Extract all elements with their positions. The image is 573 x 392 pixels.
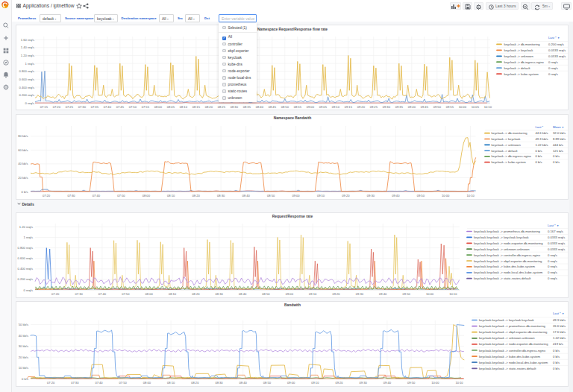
svg-text:08:10: 08:10 — [167, 194, 175, 197]
svg-text:10:10: 10:10 — [449, 292, 457, 296]
svg-text:08:15: 08:15 — [192, 105, 201, 109]
svg-text:0 req/s: 0 req/s — [548, 259, 557, 263]
svg-text:keycloak.keycloak -> node-expo: keycloak.keycloak -> node-exporter.db-mo… — [474, 241, 543, 245]
svg-text:08:30: 08:30 — [215, 381, 223, 385]
svg-text:0 req/s: 0 req/s — [548, 66, 558, 70]
svg-text:07:50: 07:50 — [129, 105, 137, 109]
svg-text:08:40: 08:40 — [239, 292, 247, 296]
svg-text:0.0333 req/s: 0.0333 req/s — [548, 235, 565, 239]
svg-text:26.6 kb/s: 26.6 kb/s — [553, 324, 566, 328]
svg-text:0.800 req/s: 0.800 req/s — [18, 246, 33, 250]
svg-text:0.200 req/s: 0.200 req/s — [19, 93, 34, 97]
svg-text:keycloak -> unknown: keycloak -> unknown — [504, 54, 534, 58]
svg-text:07:30: 07:30 — [67, 194, 75, 197]
svg-text:keycloak -> db-ingress-nginx: keycloak -> db-ingress-nginx — [504, 60, 545, 64]
svg-text:keycloak.keycloak -> controlle: keycloak.keycloak -> controller.db-ingre… — [479, 349, 546, 353]
svg-text:0 b/s: 0 b/s — [536, 149, 542, 153]
svg-text:keycloak.keycloak -> node-loca: keycloak.keycloak -> node-local-dns.kube… — [474, 271, 543, 274]
svg-text:07:50: 07:50 — [122, 292, 130, 296]
svg-text:0 req/s: 0 req/s — [548, 271, 557, 274]
svg-text:keycloak.keycloak -> kube-dns.: keycloak.keycloak -> kube-dns.kube-syste… — [479, 355, 541, 358]
svg-text:keycloak.keycloak -> unknown.u: keycloak.keycloak -> unknown.unknown — [474, 247, 530, 251]
svg-text:10:00: 10:00 — [426, 292, 434, 296]
svg-text:08:50: 08:50 — [267, 194, 275, 197]
svg-text:09:55: 09:55 — [446, 105, 454, 109]
svg-text:09:10: 09:10 — [332, 105, 340, 109]
svg-text:08:05: 08:05 — [167, 105, 175, 109]
svg-text:07:30: 07:30 — [75, 292, 83, 296]
svg-text:08:30: 08:30 — [216, 292, 224, 296]
svg-text:49.3 kb/s: 49.3 kb/s — [553, 318, 566, 322]
svg-text:09:00: 09:00 — [287, 381, 295, 385]
svg-text:keycloak -> db-monitoring: keycloak -> db-monitoring — [504, 42, 541, 46]
svg-text:17.6 kb/s: 17.6 kb/s — [553, 330, 566, 334]
svg-text:0.167 req/s: 0.167 req/s — [548, 230, 563, 233]
svg-text:keycloak -> db-monitoring: keycloak -> db-monitoring — [492, 131, 528, 135]
svg-text:07:35: 07:35 — [91, 105, 99, 109]
svg-text:50 kb/s: 50 kb/s — [19, 323, 28, 326]
svg-text:0.400 req/s: 0.400 req/s — [19, 86, 34, 89]
svg-text:0 b/s: 0 b/s — [536, 154, 542, 158]
svg-text:07:20: 07:20 — [47, 381, 55, 385]
svg-text:08:40: 08:40 — [242, 194, 250, 197]
svg-text:0 req/s: 0 req/s — [548, 265, 557, 268]
svg-text:Last *: Last * — [536, 125, 544, 129]
svg-text:keycloak.keycloak -> static-ro: keycloak.keycloak -> static-routes.defau… — [474, 276, 531, 280]
svg-text:Last * ▼: Last * ▼ — [553, 312, 564, 315]
svg-text:10:00: 10:00 — [459, 105, 467, 109]
svg-text:09:30: 09:30 — [360, 381, 368, 385]
svg-text:09:10: 09:10 — [309, 292, 317, 296]
svg-text:keycloak.keycloak -> ebpf-expo: keycloak.keycloak -> ebpf-exporter.db-mo… — [479, 330, 548, 334]
svg-text:09:40: 09:40 — [383, 381, 392, 385]
svg-text:0 b/s: 0 b/s — [22, 190, 28, 194]
svg-text:0 req/s: 0 req/s — [548, 60, 558, 64]
svg-text:09:50: 09:50 — [417, 194, 425, 197]
svg-text:keycloak -> keycloak: keycloak -> keycloak — [492, 137, 522, 141]
svg-text:1.60 req/s: 1.60 req/s — [21, 38, 34, 42]
svg-text:0.0333 req/s: 0.0333 req/s — [548, 48, 566, 52]
svg-text:0.400 req/s: 0.400 req/s — [18, 267, 33, 271]
svg-text:07:15: 07:15 — [40, 105, 48, 109]
svg-text:08:20: 08:20 — [192, 292, 200, 296]
svg-text:07:40: 07:40 — [98, 292, 107, 296]
svg-text:08:00: 08:00 — [143, 194, 151, 197]
svg-text:09:35: 09:35 — [395, 105, 404, 109]
svg-text:49.3 kb/s: 49.3 kb/s — [536, 137, 548, 141]
svg-text:09:20: 09:20 — [335, 381, 343, 385]
svg-text:keycloak -> unknown: keycloak -> unknown — [492, 143, 522, 147]
svg-text:0 b/s: 0 b/s — [553, 355, 560, 358]
svg-text:keycloak.keycloak -> static-ro: keycloak.keycloak -> static-routes.defau… — [479, 367, 536, 370]
svg-text:07:50: 07:50 — [119, 381, 128, 385]
svg-text:keycloak -> keycloak: keycloak -> keycloak — [504, 48, 534, 52]
svg-text:0 req/s: 0 req/s — [548, 276, 557, 280]
svg-text:0.0333 req/s: 0.0333 req/s — [548, 54, 566, 58]
svg-text:0 req/s: 0 req/s — [548, 253, 557, 257]
svg-text:keycloak.keycloak -> keycloak.: keycloak.keycloak -> keycloak.keycloak — [474, 235, 530, 239]
svg-text:0.800 req/s: 0.800 req/s — [19, 69, 34, 73]
svg-text:08:25: 08:25 — [218, 105, 226, 109]
svg-text:07:40: 07:40 — [93, 194, 101, 197]
svg-text:44.6 kb/s: 44.6 kb/s — [536, 131, 548, 135]
svg-text:09:50: 09:50 — [407, 381, 416, 385]
svg-text:1.22 kb/s: 1.22 kb/s — [553, 336, 566, 340]
svg-text:0 b/s: 0 b/s — [553, 349, 560, 353]
svg-text:60 kb/s: 60 kb/s — [18, 148, 28, 152]
svg-text:08:20: 08:20 — [205, 105, 213, 109]
svg-text:0 b/s: 0 b/s — [536, 160, 542, 164]
svg-text:1.22 kb/s: 1.22 kb/s — [536, 143, 548, 147]
svg-text:08:50: 08:50 — [263, 381, 272, 385]
svg-text:keycloak.keycloak -> controlle: keycloak.keycloak -> controller.db-ingre… — [474, 253, 541, 257]
svg-text:08:35: 08:35 — [243, 105, 251, 109]
svg-text:Mean ▼: Mean ▼ — [553, 125, 564, 129]
svg-text:08:10: 08:10 — [167, 381, 175, 385]
svg-text:09:25: 09:25 — [370, 105, 378, 109]
svg-text:09:40: 09:40 — [392, 194, 400, 197]
svg-text:08:30: 08:30 — [231, 105, 239, 109]
svg-text:Namespace Request/Response flo: Namespace Request/Response flow rate — [257, 28, 328, 31]
svg-text:1 req/s: 1 req/s — [25, 62, 34, 66]
svg-text:09:05: 09:05 — [319, 105, 328, 109]
svg-text:32.0 kb/s: 32.0 kb/s — [553, 131, 566, 135]
svg-text:1.20 req/s: 1.20 req/s — [19, 225, 33, 229]
svg-text:07:30: 07:30 — [71, 381, 79, 385]
svg-text:keycloak.keycloak -> ebpf-expo: keycloak.keycloak -> ebpf-exporter.db-mo… — [474, 259, 542, 263]
